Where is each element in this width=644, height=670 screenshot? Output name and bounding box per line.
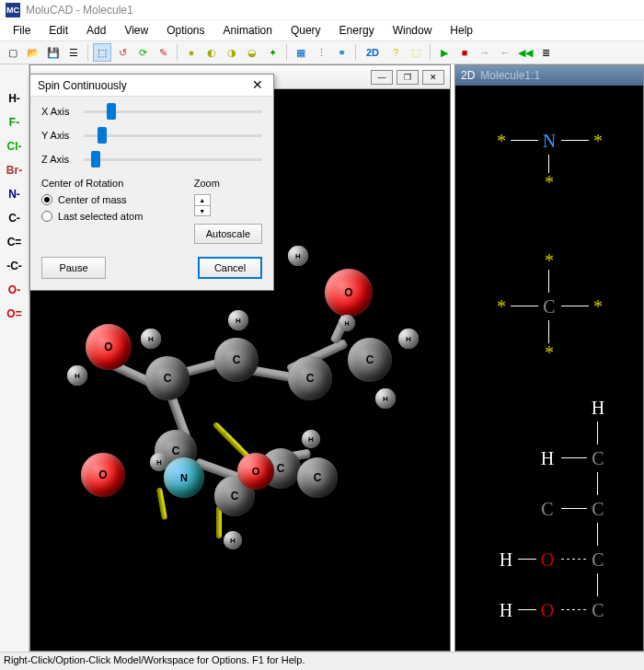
status-bar: Right-Click/Option-Click Model/Workspace… [0, 652, 644, 670]
z-axis-slider[interactable] [84, 158, 262, 161]
center-rotation-label: Center of Rotation [41, 178, 176, 189]
atom-tool-5-icon[interactable]: ✦ [263, 43, 282, 62]
dialog-close-icon[interactable]: ✕ [249, 77, 266, 94]
2d-button[interactable]: 2D [361, 43, 385, 62]
radio-center-mass-icon[interactable] [41, 194, 52, 205]
save-icon[interactable]: 💾 [44, 43, 63, 62]
minimize-icon[interactable]: — [371, 70, 393, 85]
zoom-spinner[interactable]: ▲▼ [194, 194, 211, 216]
menu-file[interactable]: File [4, 22, 40, 39]
s1-center: N [543, 131, 556, 152]
autoscale-button[interactable]: Autoscale [194, 224, 262, 244]
info-icon[interactable]: ⬚ [407, 43, 425, 62]
play-icon[interactable]: ▶ [435, 43, 454, 62]
y-axis-label: Y Axis [41, 130, 84, 141]
select-icon[interactable]: ⬚ [93, 43, 111, 62]
pal-c1[interactable]: C- [4, 212, 26, 228]
toolbar: ▢ 📂 💾 ☰ ⬚ ↺ ⟳ ✎ ● ◐ ◑ ◒ ✦ ▦ ⋮ ⚭ 2D ? ⬚ ▶… [0, 40, 644, 64]
pal-n[interactable]: N- [4, 188, 26, 204]
atom-tool-1-icon[interactable]: ● [182, 43, 201, 62]
pal-o2[interactable]: O= [4, 307, 26, 324]
app-title: MoluCAD - Molecule1 [26, 4, 133, 17]
viewport-2d-header: 2D Molecule1:1 [455, 65, 643, 86]
x-axis-slider[interactable] [84, 110, 262, 113]
menu-help[interactable]: Help [441, 22, 482, 39]
radio-last-atom-icon[interactable] [41, 211, 52, 222]
radio-last-atom[interactable]: Last selected atom [41, 211, 176, 222]
s2-arm-b: * [545, 342, 554, 364]
s2-center: C [543, 296, 555, 318]
s1-arm-l: * [497, 131, 506, 152]
help-icon[interactable]: ? [386, 43, 405, 62]
menu-query[interactable]: Query [282, 22, 330, 39]
s2-arm-t: * [545, 250, 554, 271]
menu-window[interactable]: Window [384, 22, 442, 39]
cancel-button[interactable]: Cancel [198, 257, 262, 279]
open-icon[interactable]: 📂 [24, 43, 42, 62]
z-axis-label: Z Axis [41, 154, 84, 165]
element-palette: H- F- Cl- Br- N- C- C= -C- O- O= [0, 64, 29, 652]
menu-bar: File Edit Add View Options Animation Que… [0, 20, 644, 40]
stop-icon[interactable]: ■ [455, 43, 474, 62]
structure-2d-canvas[interactable]: N * * * C * * * * H H C C C H O C H [455, 86, 643, 651]
rewind-icon[interactable]: ◀◀ [516, 43, 535, 62]
viewport-2d-title-prefix: 2D [461, 69, 475, 82]
rotate-icon[interactable]: ↺ [113, 43, 132, 62]
step-back-icon[interactable]: ← [496, 43, 514, 62]
close-icon[interactable]: ✕ [422, 70, 444, 85]
s1-arm-r: * [593, 131, 603, 152]
viewport-2d-title-doc: Molecule1:1 [480, 69, 540, 82]
pal-h[interactable]: H- [4, 92, 26, 109]
spinner-up-icon[interactable]: ▲ [195, 195, 210, 206]
dialog-titlebar[interactable]: Spin Continuously ✕ [30, 75, 273, 97]
maximize-icon[interactable]: ❐ [397, 70, 419, 85]
refresh-icon[interactable]: ⟳ [133, 43, 152, 62]
zoom-label: Zoom [194, 178, 262, 189]
list-icon[interactable]: ≣ [536, 43, 555, 62]
s1-arm-b: * [545, 172, 554, 193]
step-fwd-icon[interactable]: → [476, 43, 494, 62]
menu-edit[interactable]: Edit [40, 22, 77, 39]
graph-icon[interactable]: ⋮ [312, 43, 330, 62]
z-axis-thumb[interactable] [91, 151, 100, 168]
pal-c3[interactable]: -C- [4, 260, 26, 276]
spinner-down-icon[interactable]: ▼ [195, 206, 210, 216]
menu-energy[interactable]: Energy [330, 22, 384, 39]
pal-br[interactable]: Br- [4, 164, 26, 180]
x-axis-label: X Axis [41, 106, 84, 117]
link-icon[interactable]: ⚭ [332, 43, 351, 62]
spin-dialog: Spin Continuously ✕ X Axis Y Axis Z Axis… [29, 74, 274, 291]
lasso-icon[interactable]: ✎ [154, 43, 172, 62]
menu-view[interactable]: View [115, 22, 157, 39]
dialog-title: Spin Continuously [38, 79, 127, 92]
pause-button[interactable]: Pause [41, 257, 106, 279]
chart-icon[interactable]: ▦ [292, 43, 310, 62]
print-icon[interactable]: ☰ [64, 43, 83, 62]
pal-cl[interactable]: Cl- [4, 140, 26, 156]
new-icon[interactable]: ▢ [4, 43, 22, 62]
atom-tool-3-icon[interactable]: ◑ [223, 43, 241, 62]
pal-o1[interactable]: O- [4, 283, 26, 300]
menu-animation[interactable]: Animation [214, 22, 282, 39]
x-axis-thumb[interactable] [107, 103, 116, 120]
pal-c2[interactable]: C= [4, 236, 26, 252]
y-axis-thumb[interactable] [98, 127, 107, 144]
title-bar: MC MoluCAD - Molecule1 [0, 0, 644, 20]
s2-arm-r: * [593, 296, 603, 318]
atom-tool-4-icon[interactable]: ◒ [243, 43, 261, 62]
app-logo-icon: MC [6, 3, 20, 17]
pal-f[interactable]: F- [4, 116, 26, 133]
menu-add[interactable]: Add [77, 22, 115, 39]
radio-center-mass[interactable]: Center of mass [41, 194, 176, 205]
atom-tool-2-icon[interactable]: ◐ [202, 43, 221, 62]
viewport-2d[interactable]: 2D Molecule1:1 N * * * C * * * * H H C C… [454, 64, 644, 652]
s2-arm-l: * [497, 296, 506, 318]
y-axis-slider[interactable] [84, 134, 262, 137]
menu-options[interactable]: Options [157, 22, 213, 39]
